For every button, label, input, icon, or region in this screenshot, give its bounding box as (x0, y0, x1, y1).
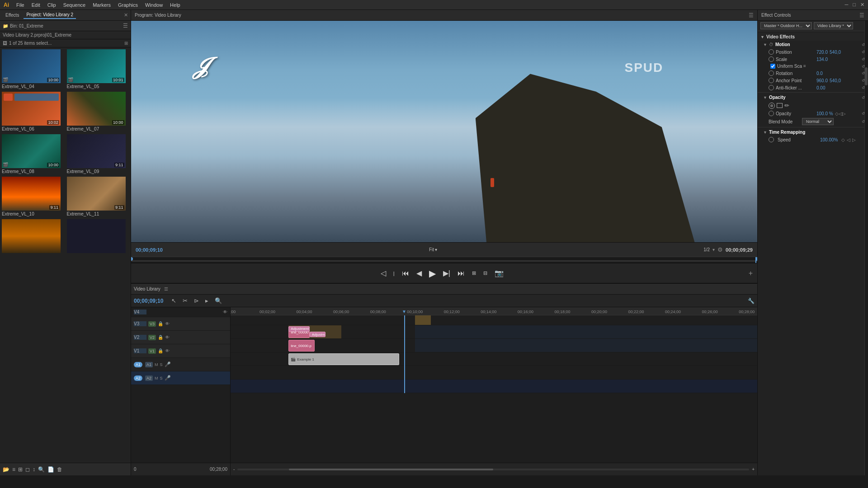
rotation-stopwatch-icon[interactable] (769, 70, 774, 76)
speed-keyframe-btn[interactable]: ◇ (841, 137, 845, 142)
a1-mic-icon[interactable]: 🎤 (165, 361, 171, 367)
opacity-header[interactable]: ▼ Opacity ↺ (758, 94, 868, 101)
play-button[interactable]: ▶ (427, 266, 438, 281)
zoom-out-icon[interactable]: - (233, 467, 235, 472)
wrench-icon[interactable]: 🔧 (748, 298, 755, 304)
menu-help[interactable]: Help (170, 2, 180, 8)
scale-stopwatch-icon[interactable] (769, 56, 774, 62)
speed-nav-right-icon[interactable]: ▷ (852, 137, 856, 142)
blend-mode-dropdown[interactable]: Normal (802, 118, 834, 125)
plus-btn[interactable]: + (749, 269, 753, 277)
media-thumbnail[interactable]: 9:11 (67, 177, 126, 211)
panel-menu-icon[interactable]: ☰ (123, 23, 128, 29)
export-frame-button[interactable]: 📷 (493, 267, 505, 279)
menu-sequence[interactable]: Sequence (63, 2, 86, 8)
razor-tool[interactable]: ✂ (181, 296, 189, 305)
effect-controls-scrollbar[interactable] (864, 21, 868, 475)
media-thumbnail[interactable]: 10:00 (67, 92, 126, 126)
go-to-in-button[interactable]: ⏮ (400, 267, 411, 279)
position-x[interactable]: 720.0 (816, 50, 828, 55)
menu-edit[interactable]: Edit (32, 2, 40, 8)
opacity-keyframe-btn[interactable]: ◇ (835, 111, 839, 116)
zoom-in-icon[interactable]: + (752, 467, 755, 472)
motion-header[interactable]: ▼ ⏱ Motion ↺ (758, 41, 868, 48)
anchor-stopwatch-icon[interactable] (769, 78, 774, 83)
go-to-out-button[interactable]: ⏭ (456, 267, 467, 279)
preview-area[interactable]: 𝒥 SPUD (131, 21, 757, 242)
track-clip-adjustment-l[interactable]: Adjustment L (288, 326, 310, 332)
track-clip-example[interactable]: 🎬 Example 1 (288, 353, 399, 365)
program-menu-icon[interactable]: ☰ (749, 12, 754, 19)
overwrite-button[interactable]: ⊟ (481, 268, 489, 278)
media-thumbnail[interactable]: 10:00 🎬 (2, 49, 61, 83)
step-forward-button[interactable]: ▶| (441, 267, 452, 279)
sequence-dropdown[interactable]: Video Library * (814, 22, 853, 29)
opacity-pen-icon[interactable]: ✏ (784, 102, 789, 109)
close-panel-btn[interactable]: ✕ (124, 12, 128, 18)
project-tab[interactable]: Project: Video Library 2 (24, 11, 76, 19)
monitor-fit-dropdown[interactable]: Fit ▾ (429, 247, 437, 252)
opacity-stopwatch-icon[interactable] (769, 111, 774, 116)
opacity-nav-right-icon[interactable]: ▷ (842, 111, 846, 116)
position-y[interactable]: 540,0 (830, 50, 841, 55)
track-clip-adjustment[interactable]: Adjustment (310, 332, 326, 337)
zoom-tool[interactable]: 🔍 (213, 296, 224, 305)
new-bin-icon[interactable]: 📂 (3, 466, 9, 473)
v3-eye-icon[interactable]: 👁 (165, 321, 170, 326)
scale-value[interactable]: 134.0 (816, 57, 828, 62)
track-clip-v2[interactable]: line_00000.p (288, 340, 315, 352)
a2-solo-label[interactable]: S (160, 376, 163, 380)
media-thumbnail[interactable]: 9:11 (2, 177, 61, 211)
close-btn[interactable]: ✕ (860, 2, 864, 8)
new-item-icon[interactable]: 📄 (47, 466, 54, 473)
time-remap-header[interactable]: ▼ Time Remapping (758, 128, 868, 136)
menu-graphics[interactable]: Graphics (118, 2, 138, 8)
anchor-y[interactable]: 540,0 (830, 78, 841, 83)
media-thumbnail[interactable]: 10:01 🎬 (67, 49, 126, 83)
v4-eye-icon[interactable]: 👁 (223, 310, 227, 314)
opacity-rect-icon[interactable] (777, 103, 783, 108)
selection-tool[interactable]: ↖ (170, 296, 178, 305)
minimize-btn[interactable]: ─ (845, 2, 849, 8)
anti-flicker-stopwatch-icon[interactable] (769, 85, 774, 90)
speed-nav-left-icon[interactable]: ◁ (847, 137, 850, 142)
grid-view-icon[interactable]: ⊞ (18, 466, 23, 473)
maximize-btn[interactable]: □ (853, 2, 856, 8)
timeline-scroll[interactable] (237, 469, 749, 470)
settings-icon[interactable]: ⚙ (717, 246, 723, 253)
speed-value[interactable]: 100.00% (820, 137, 838, 142)
a2-mute-label[interactable]: M (155, 376, 158, 380)
anti-flicker-value[interactable]: 0.00 (816, 85, 825, 90)
position-stopwatch-icon[interactable] (769, 49, 774, 55)
ripple-edit-tool[interactable]: ⊳ (192, 296, 201, 305)
speed-stopwatch-icon[interactable] (769, 137, 774, 142)
opacity-ellipse-icon[interactable] (769, 103, 775, 109)
list-view-btn[interactable]: ⊞ (124, 41, 128, 46)
scrubber-bar[interactable] (131, 257, 757, 263)
a1-solo-label[interactable]: S (160, 362, 163, 367)
monitor-timecode-left[interactable]: 00;00;09;10 (136, 247, 163, 253)
automate-icon[interactable]: ↕ (33, 466, 35, 473)
timeline-timecode[interactable]: 00;00;09;10 (134, 298, 163, 304)
v1-lock-icon[interactable]: 🔒 (158, 348, 163, 353)
timeline-menu-icon[interactable]: ☰ (164, 286, 168, 291)
menu-file[interactable]: File (16, 2, 24, 8)
mark-in-button[interactable]: ◁ (379, 267, 388, 279)
mark-out-button[interactable]: | (392, 269, 396, 278)
opacity-value[interactable]: 100.0 % (816, 111, 833, 116)
v1-eye-icon[interactable]: 👁 (165, 348, 170, 353)
effect-controls-menu-icon[interactable]: ☰ (859, 12, 864, 19)
media-thumbnail[interactable]: 10:02 (2, 92, 61, 126)
effects-tab[interactable]: Effects (3, 12, 22, 19)
v3-lock-icon[interactable]: 🔒 (158, 321, 163, 326)
video-effects-header[interactable]: ▼ Video Effects (758, 33, 868, 41)
delete-icon[interactable]: 🗑 (57, 466, 62, 473)
menu-window[interactable]: Window (145, 2, 163, 8)
insert-button[interactable]: ⊞ (470, 268, 478, 278)
v2-lock-icon[interactable]: 🔒 (158, 335, 163, 340)
step-back-button[interactable]: ◀ (415, 267, 424, 279)
a2-mic-icon[interactable]: 🎤 (165, 375, 171, 381)
anchor-x[interactable]: 960.0 (816, 78, 828, 83)
opacity-nav-left-icon[interactable]: ◁ (839, 111, 842, 116)
v2-eye-icon[interactable]: 👁 (165, 335, 170, 340)
